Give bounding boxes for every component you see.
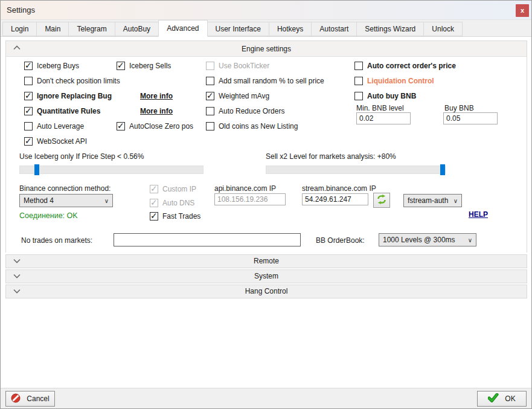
stream-mode-value: fstream-auth <box>408 196 448 205</box>
checkbox-label: Auto DNS <box>162 199 194 207</box>
checkbox-quantitative-rules[interactable]: Quantitative Rules <box>24 106 100 117</box>
tab-unlock[interactable]: Unlock <box>423 22 463 36</box>
checkbox-auto-correct-price[interactable]: Auto correct order's price <box>354 60 456 71</box>
checkbox-weighted-mavg[interactable]: Weighted mAvg <box>206 91 269 101</box>
close-button[interactable]: x <box>516 4 529 17</box>
tab-autobuy[interactable]: AutoBuy <box>115 22 159 36</box>
no-trades-label: No trades on markets: <box>21 236 92 245</box>
checkbox-auto-dns[interactable]: Auto DNS <box>150 198 194 208</box>
sell-x2-slider[interactable] <box>266 166 446 174</box>
checkbox-label: Don't check position limits <box>37 77 120 85</box>
sell-x2-slider-label: Sell x2 Level for markets analysis: +80% <box>266 152 396 161</box>
cancel-label: Cancel <box>27 395 49 403</box>
checkbox-custom-ip[interactable]: Custom IP <box>150 184 196 195</box>
checkbox-label: Weighted mAvg <box>219 92 269 100</box>
checkbox-box <box>354 62 363 70</box>
checkbox-box <box>354 77 363 85</box>
sell-x2-slider-thumb[interactable] <box>440 164 445 175</box>
tab-main[interactable]: Main <box>36 22 69 36</box>
section-title: Remote <box>254 257 279 265</box>
checkbox-label: Auto Reduce Orders <box>219 107 284 115</box>
iceberg-slider[interactable] <box>19 166 204 174</box>
connection-status: Соединение: OK <box>19 211 78 220</box>
min-bnb-level-input[interactable] <box>356 112 411 124</box>
tab-telegram[interactable]: Telegram <box>68 22 115 36</box>
checkbox-label: Add small random % to sell price <box>219 77 324 85</box>
chevron-down-icon: ∨ <box>468 237 472 243</box>
checkbox-box <box>24 122 33 130</box>
ok-button[interactable]: OK <box>477 391 527 407</box>
tab-settings-wizard[interactable]: Settings Wizard <box>356 22 424 36</box>
checkbox-label: Liquidation Control <box>367 77 434 85</box>
section-title: Hang Control <box>245 287 288 295</box>
tab-user-interface[interactable]: User Interface <box>207 22 269 36</box>
footer-bar: Cancel OK <box>1 388 531 408</box>
checkbox-websocket-api[interactable]: WebSocket API <box>24 136 87 147</box>
section-title: System <box>254 272 278 280</box>
api-binance-ip-input[interactable] <box>214 193 286 205</box>
checkbox-auto-reduce-orders[interactable]: Auto Reduce Orders <box>206 106 284 117</box>
checkbox-box <box>117 122 125 130</box>
checkbox-dont-check-position-limits[interactable]: Don't check position limits <box>24 76 120 86</box>
iceberg-slider-thumb[interactable] <box>34 164 39 175</box>
checkbox-label: Ignore Replacing Bug <box>37 92 112 100</box>
engine-settings-header[interactable]: Engine settings <box>6 41 527 57</box>
checkbox-add-small-random[interactable]: Add small random % to sell price <box>206 76 324 86</box>
tab-strip: Login Main Telegram AutoBuy Advanced Use… <box>1 20 531 37</box>
checkbox-iceberg-buys[interactable]: Iceberg Buys <box>24 60 79 71</box>
buy-bnb-input[interactable] <box>443 112 498 124</box>
checkbox-box <box>206 107 214 115</box>
min-bnb-level-label: Min. BNB level <box>356 104 404 112</box>
bb-orderbook-label: BB OrderBook: <box>316 236 365 245</box>
checkbox-label: Custom IP <box>162 185 196 193</box>
checkbox-box <box>150 185 158 193</box>
checkbox-ignore-replacing-bug[interactable]: Ignore Replacing Bug <box>24 91 112 101</box>
checkbox-use-bookticker[interactable]: Use BookTicker <box>206 60 269 71</box>
checkbox-box <box>24 62 33 70</box>
refresh-icon <box>376 195 387 206</box>
stream-binance-ip-input[interactable] <box>302 193 368 205</box>
connection-method-value: Method 4 <box>24 196 54 205</box>
chevron-down-icon <box>13 274 21 279</box>
help-link[interactable]: HELP <box>469 210 488 219</box>
tab-autostart[interactable]: Autostart <box>311 22 357 36</box>
no-trades-input[interactable] <box>114 233 301 246</box>
checkbox-box <box>117 62 125 70</box>
checkbox-box <box>206 92 214 100</box>
checkbox-box <box>206 122 214 130</box>
checkbox-box <box>24 137 33 146</box>
section-system[interactable]: System <box>5 269 527 283</box>
checkbox-old-coins-new-listing[interactable]: Old coins as New Listing <box>206 121 298 132</box>
ok-label: OK <box>505 395 515 403</box>
chevron-down-icon <box>13 289 21 294</box>
checkbox-box <box>150 212 158 221</box>
checkbox-box <box>354 92 363 100</box>
tab-hotkeys[interactable]: Hotkeys <box>269 22 312 36</box>
checkbox-iceberg-sells[interactable]: Iceberg Sells <box>117 60 171 71</box>
tab-login[interactable]: Login <box>2 22 37 36</box>
checkbox-liquidation-control[interactable]: Liquidation Control <box>354 76 434 86</box>
checkbox-auto-leverage[interactable]: Auto Leverage <box>24 121 84 132</box>
checkbox-auto-buy-bnb[interactable]: Auto buy BNB <box>354 91 416 101</box>
more-info-link-replacing-bug[interactable]: More info <box>140 92 173 100</box>
checkbox-fast-trades[interactable]: Fast Trades <box>150 211 200 222</box>
checkbox-autoclose-zero-pos[interactable]: AutoClose Zero pos <box>117 121 193 132</box>
cancel-button[interactable]: Cancel <box>5 391 55 407</box>
stream-binance-ip-label: stream.binance.com IP <box>302 184 376 193</box>
more-info-link-quantitative[interactable]: More info <box>140 107 173 115</box>
bb-orderbook-value: 1000 Levels @ 300ms <box>383 236 455 244</box>
checkbox-box <box>150 199 158 207</box>
refresh-ip-button[interactable] <box>373 193 390 208</box>
ok-check-icon <box>488 393 499 404</box>
section-hang-control[interactable]: Hang Control <box>5 285 527 298</box>
checkbox-label: WebSocket API <box>37 137 87 146</box>
tab-advanced[interactable]: Advanced <box>158 20 207 37</box>
checkbox-label: Fast Trades <box>162 212 200 221</box>
checkbox-label: Iceberg Buys <box>37 62 79 70</box>
cancel-icon <box>11 393 21 405</box>
section-remote[interactable]: Remote <box>5 254 527 268</box>
bb-orderbook-dropdown[interactable]: 1000 Levels @ 300ms ∨ <box>379 233 476 246</box>
connection-method-dropdown[interactable]: Method 4 ∨ <box>19 194 113 207</box>
checkbox-label: Quantitative Rules <box>37 107 100 115</box>
stream-mode-dropdown[interactable]: fstream-auth ∨ <box>403 194 462 207</box>
